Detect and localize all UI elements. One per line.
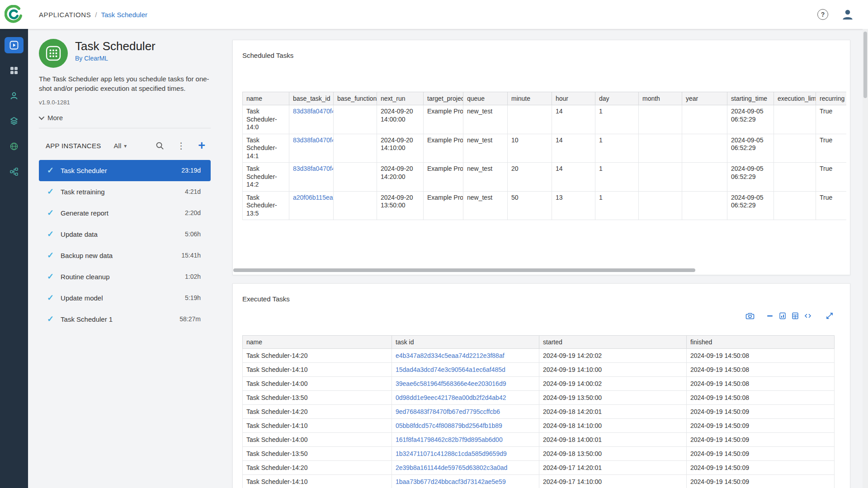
table-file-icon[interactable] (790, 311, 800, 321)
cell-task-id: e4b347a82d334c5eaa74d2212e3f88af (392, 349, 539, 363)
column-header[interactable]: day (595, 92, 639, 105)
breadcrumb-separator: / (95, 11, 97, 19)
search-icon[interactable] (156, 141, 164, 150)
vertical-scrollbar-thumb[interactable] (863, 32, 867, 98)
app-instances-list: ✓Task Scheduler23:19d✓Task retraining4:2… (39, 160, 211, 330)
minus-icon[interactable] (765, 311, 775, 321)
cell-recurring: True (816, 105, 847, 134)
cell-queue: new_test (463, 191, 508, 220)
cell-hour: 14 (552, 105, 595, 134)
table-row: Task Scheduler-14:183d38fa0470f42024-09-… (243, 134, 847, 163)
task-id-link[interactable]: 83d38fa0470f4 (293, 165, 334, 172)
task-id-link[interactable]: 15dad4a3dcd74e3c90564a1ec6af485d (396, 366, 505, 373)
vertical-scrollbar-track[interactable] (863, 29, 868, 488)
task-id-link[interactable]: 83d38fa0470f4 (293, 136, 334, 144)
task-id-link[interactable]: 9ed768483f78470fb67ed7795ccffcb6 (396, 408, 500, 415)
user-avatar-icon[interactable] (841, 8, 854, 21)
sidebar-item-workers[interactable] (5, 88, 24, 104)
scheduled-tasks-title: Scheduled Tasks (242, 52, 293, 59)
more-toggle[interactable]: More (39, 114, 80, 122)
instance-name: Update model (61, 294, 103, 302)
column-header[interactable]: started (539, 336, 687, 349)
horizontal-scrollbar-thumb[interactable] (233, 268, 695, 272)
task-id-link[interactable]: 1baa73b677d24bbcacf3d73142ae5e59 (396, 478, 506, 485)
cell-starting_time: 2024-09-05 06:52:29 (727, 105, 774, 134)
column-header[interactable]: hour (552, 92, 595, 105)
chevron-down-icon (39, 114, 45, 120)
applications-play-icon (9, 41, 19, 50)
column-header[interactable]: minute (508, 92, 552, 105)
column-header[interactable]: month (639, 92, 682, 105)
task-id-link[interactable]: a20f06b115ea (293, 194, 333, 201)
byline-link[interactable]: By ClearML (75, 55, 156, 62)
app-instance-item[interactable]: ✓Task Scheduler 158:27m (39, 309, 211, 330)
task-id-link[interactable]: e4b347a82d334c5eaa74d2212e3f88af (396, 352, 505, 359)
camera-icon[interactable] (745, 311, 755, 321)
task-id-link[interactable]: 0d98dd1e9eec42178ea00db2f2d4ab42 (396, 394, 506, 401)
cell-next_run: 2024-09-20 13:50:00 (377, 191, 424, 220)
sidebar-item-projects[interactable] (5, 62, 24, 79)
column-header[interactable]: finished (687, 336, 835, 349)
column-header[interactable]: next_run (377, 92, 424, 105)
cell-task-id: 1b324711071c41288c1cda585d9659d9 (392, 447, 539, 461)
app-instance-item[interactable]: ✓Update data5:06h (39, 224, 211, 245)
expand-icon[interactable] (825, 311, 835, 321)
column-header[interactable]: execution_limit (774, 92, 816, 105)
instance-elapsed: 5:19h (185, 294, 201, 301)
help-icon[interactable]: ? (817, 9, 828, 20)
sidebar-item-applications[interactable] (5, 37, 24, 53)
instances-filter-dropdown[interactable]: All ▾ (114, 142, 127, 150)
task-id-link[interactable]: 161f8fa41798462c82b7f9d895ab6d00 (396, 436, 503, 443)
cell-finished: 2024-09-19 14:50:08 (687, 363, 835, 377)
app-instance-item[interactable]: ✓Backup new data15:41h (39, 245, 211, 266)
app-instance-item[interactable]: ✓Task retraining4:21d (39, 181, 211, 202)
breadcrumb-applications[interactable]: APPLICATIONS (39, 11, 91, 19)
table-row: Task Scheduler-14:20e4b347a82d334c5eaa74… (243, 349, 835, 363)
cell-month (639, 191, 682, 220)
column-header[interactable]: year (682, 92, 727, 105)
cell-recurring: True (816, 134, 847, 163)
check-icon: ✓ (47, 293, 54, 303)
task-id-link[interactable]: 2e39b8a161144de59765d63802c3a0ad (396, 464, 507, 471)
app-instance-item[interactable]: ✓Task Scheduler23:19d (39, 160, 211, 181)
check-icon: ✓ (47, 314, 54, 324)
cell-name: Task Scheduler-13:50 (243, 447, 392, 461)
clearml-logo[interactable] (0, 5, 28, 24)
code-file-icon[interactable] (803, 311, 813, 321)
app-instance-item[interactable]: ✓Routine cleanup1:02h (39, 266, 211, 287)
column-header[interactable]: base_task_id (289, 92, 334, 105)
task-id-link[interactable]: 05bb8fdcd57c4f808879bd2564fb1b89 (396, 422, 502, 429)
cell-day: 1 (595, 134, 639, 163)
instance-name: Generate report (61, 209, 108, 217)
column-header[interactable]: queue (463, 92, 508, 105)
cell-name: Task Scheduler-14:2 (243, 163, 289, 192)
chart-file-icon[interactable] (778, 311, 788, 321)
column-header[interactable]: starting_time (727, 92, 774, 105)
cell-started: 2024-09-19 13:50:00 (539, 391, 687, 405)
app-instance-item[interactable]: ✓Update model5:19h (39, 287, 211, 309)
column-header[interactable]: recurring (816, 92, 847, 105)
column-header[interactable]: base_function (334, 92, 377, 105)
sidebar-item-datasets[interactable] (5, 113, 24, 129)
executed-tasks-title: Executed Tasks (242, 295, 290, 303)
cell-name: Task Scheduler-14:10 (243, 363, 392, 377)
column-header[interactable]: name (243, 92, 289, 105)
sidebar-item-pipelines[interactable] (5, 164, 24, 180)
cell-execution_limit (774, 163, 816, 192)
add-instance-button[interactable]: + (198, 140, 205, 152)
app-instance-item[interactable]: ✓Generate report2:20d (39, 202, 211, 224)
task-id-link[interactable]: 1b324711071c41288c1cda585d9659d9 (396, 450, 507, 457)
projects-grid-icon (9, 66, 19, 75)
task-id-link[interactable]: 83d38fa0470f4 (293, 108, 334, 115)
app-version: v1.9.0-1281 (39, 99, 211, 106)
column-header[interactable]: target_project (424, 92, 463, 105)
column-header[interactable]: name (243, 336, 392, 349)
column-header[interactable]: task id (392, 336, 539, 349)
table-row: Task Scheduler-14:283d38fa0470f42024-09-… (243, 163, 847, 192)
layers-icon (9, 117, 19, 126)
instance-name: Task Scheduler 1 (61, 315, 113, 323)
kebab-menu-icon[interactable]: ⋮ (177, 141, 185, 150)
task-id-link[interactable]: 39eae6c581964f568366e4ee203016d9 (396, 380, 506, 387)
cell-minute (508, 105, 552, 134)
sidebar-item-hyper-datasets[interactable] (5, 138, 24, 155)
